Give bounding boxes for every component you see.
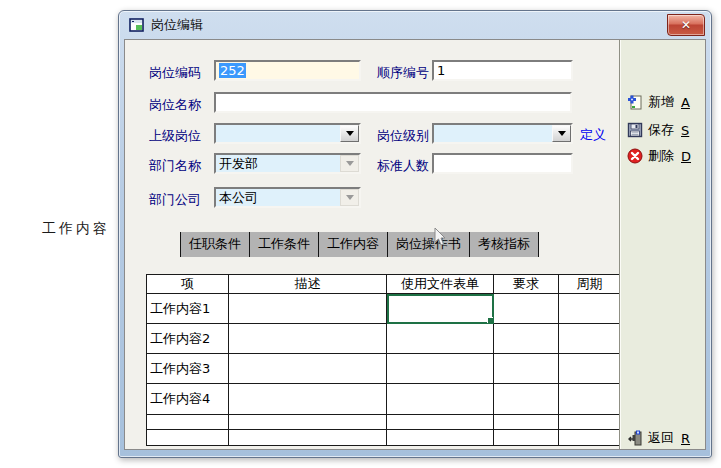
add-button-key: A [681,95,690,110]
grid-cell[interactable] [229,294,387,324]
grid-cell[interactable] [559,324,621,354]
position-level-combobox[interactable] [432,123,573,144]
title-bar[interactable]: 岗位编辑 ✕ [119,11,711,39]
position-level-label: 岗位级别 [377,127,429,145]
delete-button-key: D [681,149,691,164]
chevron-down-icon [346,161,354,166]
grid-cell[interactable] [559,384,621,415]
grid-cell[interactable] [387,324,494,354]
chevron-down-icon [346,131,354,136]
standard-headcount-field[interactable] [432,153,573,174]
grid-selected-cell[interactable] [387,294,494,324]
grid-cell[interactable] [229,324,387,354]
dialog-client-area: 岗位编码 252 顺序编号 1 岗位名称 上级岗位 岗位级别 [124,39,706,450]
tab-2[interactable]: 工作条件 [249,232,318,257]
grid-cell[interactable] [559,430,621,446]
tab-3[interactable]: 工作内容 [318,232,387,257]
grid-row [147,430,621,446]
close-button[interactable]: ✕ [667,14,705,36]
window-title: 岗位编辑 [151,16,203,34]
department-name-value: 开发部 [216,155,340,173]
grid-cell[interactable] [147,430,229,446]
superior-position-combobox[interactable] [214,123,361,144]
grid-cell[interactable] [494,415,559,430]
grid-cell[interactable] [494,354,559,384]
sequence-number-field[interactable]: 1 [432,60,573,81]
grid-cell[interactable]: 工作内容1 [147,294,229,324]
screen: 工作内容 岗位编辑 ✕ 岗位编码 252 顺序编号 1 [0,0,721,468]
add-page-icon [627,94,643,110]
grid-cell[interactable] [229,354,387,384]
company-dropdown-arrow [340,189,359,206]
grid-cell[interactable] [494,384,559,415]
add-button-label: 新增 [648,93,674,111]
position-code-field[interactable]: 252 [214,60,361,81]
save-button-label: 保存 [648,121,674,139]
department-name-label: 部门名称 [149,157,201,175]
define-link[interactable]: 定义 [580,126,606,144]
grid-cell[interactable] [494,324,559,354]
grid-cell[interactable] [494,294,559,324]
position-code-label: 岗位编码 [149,64,201,82]
floppy-icon [627,122,643,138]
grid-header-row: 项描述使用文件表单要求周期 [147,275,621,294]
grid-header-cell: 项 [147,275,229,294]
save-button[interactable]: 保存 S [627,121,689,139]
chevron-down-icon [558,131,566,136]
grid-header-cell: 要求 [494,275,559,294]
grid-cell[interactable] [147,415,229,430]
department-company-label: 部门公司 [149,191,201,209]
back-button-label: 返回 [648,429,674,447]
grid-cell[interactable]: 工作内容2 [147,324,229,354]
background-page-label: 工作内容 [42,220,110,238]
add-button[interactable]: 新增 A [627,93,690,111]
grid-cell[interactable] [229,430,387,446]
grid-row: 工作内容1 [147,294,621,324]
save-button-key: S [681,123,689,138]
level-dropdown-arrow[interactable] [552,125,571,142]
sequence-number-label: 顺序编号 [377,64,429,82]
grid-cell[interactable] [229,415,387,430]
grid-cell[interactable] [559,294,621,324]
sequence-number-value: 1 [437,63,445,78]
back-button[interactable]: 返回 R [627,429,690,447]
grid-cell[interactable]: 工作内容4 [147,384,229,415]
grid-cell[interactable]: 工作内容3 [147,354,229,384]
superior-dropdown-arrow[interactable] [340,125,359,142]
department-dropdown-arrow [340,155,359,172]
grid-cell[interactable] [387,430,494,446]
delete-button[interactable]: 删除 D [627,147,691,165]
grid-header-cell: 使用文件表单 [387,275,494,294]
department-company-combobox: 本公司 [214,187,361,208]
grid-cell[interactable] [494,430,559,446]
tab-5[interactable]: 考核指标 [469,232,538,257]
grid-cell[interactable] [559,415,621,430]
dialog-window: 岗位编辑 ✕ 岗位编码 252 顺序编号 1 岗位名称 上级岗位 [118,10,712,458]
position-code-selected-text: 252 [219,63,246,78]
exit-door-icon [627,430,643,446]
action-panel: 新增 A 保存 S [619,40,705,449]
delete-button-label: 删除 [648,147,674,165]
grid-cell[interactable] [387,354,494,384]
grid-cell[interactable] [387,415,494,430]
mouse-cursor-icon [433,227,447,247]
close-icon: ✕ [681,19,691,31]
chevron-down-icon [346,195,354,200]
grid-header-cell: 描述 [229,275,387,294]
department-name-combobox: 开发部 [214,153,361,174]
standard-headcount-label: 标准人数 [377,157,429,175]
grid-row [147,415,621,430]
tab-1[interactable]: 任职条件 [180,232,249,257]
window-form-icon [129,17,145,33]
department-company-value: 本公司 [216,189,340,207]
work-content-grid: 项描述使用文件表单要求周期工作内容1工作内容2工作内容3工作内容4 [146,274,621,446]
tab-strip: 任职条件工作条件工作内容岗位操作书考核指标 [180,232,539,257]
grid-cell[interactable] [387,384,494,415]
superior-position-label: 上级岗位 [149,127,201,145]
grid-row: 工作内容4 [147,384,621,415]
grid-cell[interactable] [229,384,387,415]
tab-4[interactable]: 岗位操作书 [387,232,469,257]
grid-cell[interactable] [559,354,621,384]
position-name-field[interactable] [214,92,572,113]
grid-header-cell: 周期 [559,275,621,294]
